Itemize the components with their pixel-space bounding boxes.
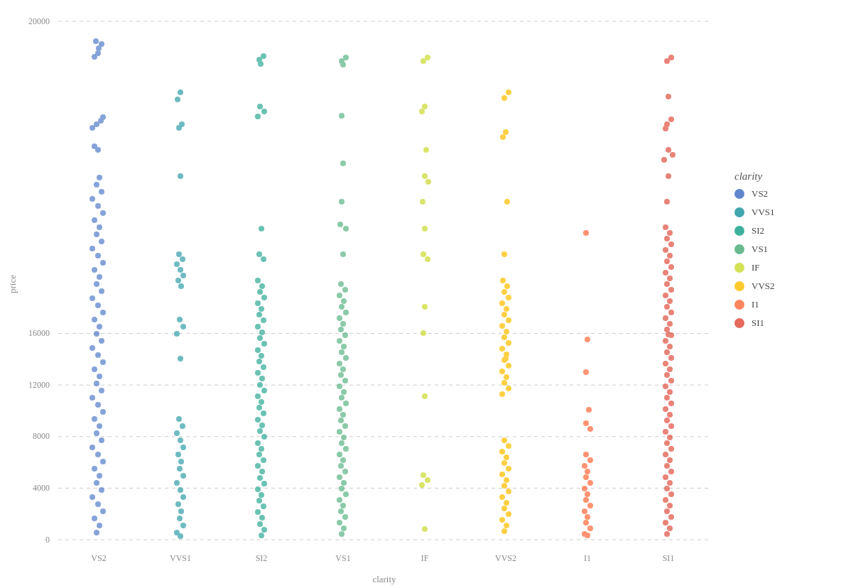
svg-point-322 [664, 236, 670, 241]
svg-point-146 [259, 399, 264, 405]
svg-text:12000: 12000 [28, 380, 50, 390]
svg-point-21 [93, 38, 99, 44]
svg-point-308 [585, 533, 590, 538]
svg-point-254 [501, 312, 507, 317]
svg-point-171 [343, 55, 349, 60]
svg-point-179 [338, 281, 344, 287]
svg-point-127 [257, 289, 263, 295]
legend-dot-si2 [734, 226, 744, 236]
svg-point-259 [506, 340, 511, 346]
svg-point-105 [177, 466, 183, 472]
svg-point-299 [582, 486, 587, 491]
legend-item-vs2: VS2 [734, 188, 848, 200]
svg-point-256 [499, 323, 505, 329]
svg-point-285 [504, 523, 509, 528]
svg-point-133 [255, 324, 261, 330]
svg-point-142 [259, 376, 265, 381]
svg-point-362 [664, 463, 670, 469]
svg-point-109 [180, 494, 186, 500]
svg-point-198 [341, 389, 347, 395]
svg-point-159 [257, 475, 263, 481]
svg-point-150 [259, 423, 265, 428]
svg-point-190 [341, 344, 347, 349]
svg-point-74 [94, 480, 99, 486]
svg-point-59 [97, 374, 102, 379]
svg-point-62 [89, 395, 95, 401]
svg-point-368 [663, 497, 668, 503]
svg-point-86 [178, 173, 183, 179]
svg-point-245 [500, 134, 506, 140]
svg-point-168 [261, 527, 267, 533]
svg-point-87 [176, 251, 182, 257]
svg-point-215 [339, 486, 345, 491]
svg-point-165 [255, 509, 261, 515]
svg-point-176 [343, 226, 349, 232]
svg-point-130 [259, 306, 264, 312]
svg-point-271 [506, 443, 511, 449]
svg-point-291 [583, 420, 589, 426]
svg-point-175 [339, 199, 345, 205]
svg-point-353 [667, 412, 673, 418]
svg-text:0: 0 [45, 535, 50, 545]
legend-dot-if [734, 263, 744, 273]
svg-point-28 [100, 114, 106, 120]
svg-point-52 [97, 324, 102, 330]
svg-point-106 [180, 473, 186, 479]
svg-point-131 [256, 312, 262, 317]
svg-point-297 [583, 474, 589, 480]
svg-point-249 [504, 283, 510, 289]
svg-point-305 [583, 520, 589, 526]
svg-point-374 [664, 531, 670, 537]
svg-point-113 [180, 523, 186, 528]
svg-point-173 [339, 113, 345, 119]
svg-point-365 [667, 480, 673, 486]
svg-point-248 [500, 278, 506, 283]
svg-point-141 [255, 370, 261, 376]
svg-point-41 [89, 246, 95, 251]
svg-point-315 [666, 147, 671, 153]
svg-point-265 [504, 374, 509, 380]
svg-point-222 [341, 526, 347, 531]
svg-point-337 [667, 321, 673, 327]
svg-point-321 [667, 230, 673, 236]
svg-point-56 [95, 352, 101, 358]
svg-point-199 [339, 395, 345, 401]
svg-point-45 [97, 274, 102, 280]
legend-item-si1: SI1 [734, 317, 848, 329]
svg-point-229 [422, 173, 428, 179]
svg-point-76 [89, 494, 95, 500]
svg-point-195 [338, 372, 344, 378]
svg-point-221 [337, 520, 342, 526]
svg-point-294 [587, 457, 593, 463]
svg-point-92 [175, 278, 181, 283]
svg-point-128 [261, 295, 267, 300]
svg-point-122 [259, 226, 264, 232]
svg-point-99 [180, 423, 185, 429]
svg-point-143 [257, 382, 263, 388]
svg-point-313 [668, 116, 674, 122]
svg-text:IF: IF [421, 553, 429, 563]
svg-point-167 [257, 521, 263, 527]
svg-point-64 [100, 409, 106, 415]
svg-point-68 [99, 437, 104, 443]
svg-point-300 [585, 491, 590, 497]
svg-text:I1: I1 [584, 553, 591, 563]
svg-point-31 [97, 175, 102, 180]
svg-point-219 [338, 508, 344, 514]
svg-point-329 [667, 276, 673, 281]
svg-point-182 [341, 298, 347, 304]
svg-point-156 [261, 457, 266, 463]
svg-point-71 [100, 459, 106, 464]
svg-point-145 [255, 393, 261, 399]
svg-point-369 [667, 503, 673, 508]
svg-point-180 [342, 287, 348, 293]
svg-point-134 [259, 330, 265, 335]
svg-text:16000: 16000 [28, 328, 50, 338]
svg-point-184 [343, 310, 349, 315]
svg-point-273 [504, 454, 509, 460]
svg-point-138 [259, 353, 264, 359]
svg-point-151 [257, 428, 263, 434]
svg-point-251 [506, 295, 511, 300]
svg-point-91 [180, 273, 186, 278]
svg-text:4000: 4000 [33, 483, 50, 493]
